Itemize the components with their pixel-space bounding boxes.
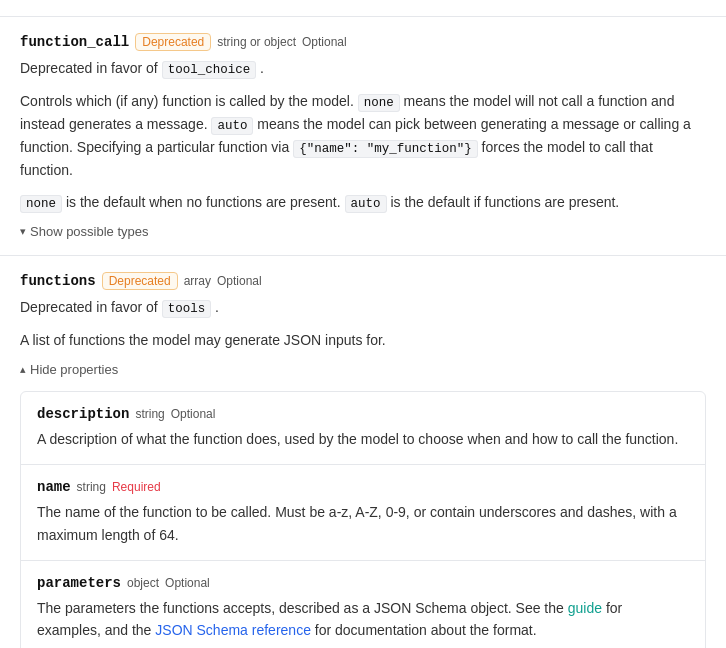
name-property-header: name string Required	[37, 479, 689, 495]
deprecated-suffix: .	[260, 60, 264, 76]
name-prop-required: Required	[112, 480, 161, 494]
parameters-prop-optional: Optional	[165, 576, 210, 590]
tool-choice-code: tool_choice	[162, 61, 257, 79]
description-property: description string Optional A descriptio…	[21, 392, 705, 465]
function-call-note: none is the default when no functions ar…	[20, 191, 706, 214]
functions-optional: Optional	[217, 274, 262, 288]
functions-deprecated-prefix: Deprecated in favor of	[20, 299, 158, 315]
functions-deprecated-suffix: .	[215, 299, 219, 315]
none-note-desc: is the default when no functions are pre…	[66, 194, 345, 210]
page-container: function_call Deprecated string or objec…	[0, 0, 726, 648]
auto-code-2: auto	[345, 195, 387, 213]
none-code-2: none	[20, 195, 62, 213]
hide-properties-label: Hide properties	[30, 362, 118, 377]
json-schema-link[interactable]: JSON Schema reference	[155, 622, 315, 638]
function-call-deprecated-badge: Deprecated	[135, 33, 211, 51]
deprecated-prefix: Deprecated in favor of	[20, 60, 158, 76]
hide-properties-link[interactable]: ▴ Hide properties	[20, 362, 118, 377]
function-call-type: string or object	[217, 35, 296, 49]
toggle-arrow-up: ▴	[20, 363, 26, 376]
show-types-label: Show possible types	[30, 224, 149, 239]
guide-link[interactable]: guide	[568, 600, 606, 616]
name-prop-desc: The name of the function to be called. M…	[37, 501, 689, 546]
name-prop-name: name	[37, 479, 71, 495]
parameters-property: parameters object Optional The parameter…	[21, 561, 705, 648]
functions-deprecated-desc: Deprecated in favor of tools .	[20, 296, 706, 319]
function-call-section: function_call Deprecated string or objec…	[0, 16, 726, 255]
description-prop-type: string	[135, 407, 164, 421]
functions-type: array	[184, 274, 211, 288]
parameters-prop-desc: The parameters the functions accepts, de…	[37, 597, 689, 642]
auto-code-1: auto	[211, 117, 253, 135]
name-property: name string Required The name of the fun…	[21, 465, 705, 561]
function-call-optional: Optional	[302, 35, 347, 49]
properties-list: description string Optional A descriptio…	[20, 391, 706, 648]
function-call-deprecated-desc: Deprecated in favor of tool_choice .	[20, 57, 706, 80]
parameters-property-header: parameters object Optional	[37, 575, 689, 591]
function-call-name: function_call	[20, 34, 129, 50]
description-property-header: description string Optional	[37, 406, 689, 422]
description-prop-optional: Optional	[171, 407, 216, 421]
auto-note-desc: is the default if functions are present.	[390, 194, 619, 210]
functions-header: functions Deprecated array Optional	[20, 272, 706, 290]
tools-code: tools	[162, 300, 212, 318]
toggle-arrow-down: ▾	[20, 225, 26, 238]
show-possible-types-link[interactable]: ▾ Show possible types	[20, 224, 149, 239]
name-function-code: {"name": "my_function"}	[293, 140, 478, 158]
functions-description: A list of functions the model may genera…	[20, 329, 706, 351]
description-prop-desc: A description of what the function does,…	[37, 428, 689, 450]
functions-section: functions Deprecated array Optional Depr…	[0, 255, 726, 648]
description-prop-name: description	[37, 406, 129, 422]
functions-name: functions	[20, 273, 96, 289]
name-prop-type: string	[77, 480, 106, 494]
function-call-description: Controls which (if any) function is call…	[20, 90, 706, 181]
none-code-1: none	[358, 94, 400, 112]
parameters-prop-name: parameters	[37, 575, 121, 591]
functions-deprecated-badge: Deprecated	[102, 272, 178, 290]
params-desc-prefix: The parameters the functions accepts, de…	[37, 600, 564, 616]
params-desc-suffix: for documentation about the format.	[315, 622, 537, 638]
function-call-header: function_call Deprecated string or objec…	[20, 33, 706, 51]
parameters-prop-type: object	[127, 576, 159, 590]
